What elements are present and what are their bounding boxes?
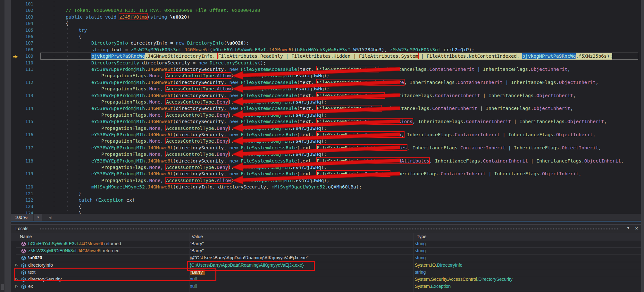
code-line[interactable]: 108string text = zMsW23gMPGiE0Nk3ol.J4GM… xyxy=(11,46,641,53)
code-line[interactable]: PropagationFlags.None, AccessControlType… xyxy=(11,138,641,145)
code-line[interactable]: PropagationFlags.None, AccessControlType… xyxy=(11,72,641,79)
code-line[interactable]: 114eY538WYEp8PrdomjMIh.J4GMnwe6t(directo… xyxy=(11,105,641,112)
expander-icon[interactable]: ▷ xyxy=(15,277,18,281)
locals-row[interactable]: ▷exnullSystem.Exception xyxy=(11,283,644,290)
code-line[interactable]: 123{ xyxy=(11,203,641,210)
code-token: text xyxy=(300,158,311,163)
code-line[interactable]: 105try xyxy=(11,27,641,34)
locals-value-cell[interactable]: "Barry" xyxy=(190,241,204,246)
code-token: PropagationFlags xyxy=(101,73,146,78)
vertical-scrollbar[interactable] xyxy=(641,0,644,292)
code-token: ContainerInherit xyxy=(455,132,500,137)
code-token: . xyxy=(214,151,217,157)
code-token: , xyxy=(596,79,598,85)
code-token: AccessControlType xyxy=(166,86,214,91)
code-token: directorySecurity xyxy=(176,171,224,176)
code-token: , xyxy=(224,66,230,72)
current-statement-arrow-icon[interactable] xyxy=(13,54,18,58)
pane-splitter[interactable] xyxy=(11,221,644,221)
locals-value-cell[interactable]: "Barry" xyxy=(190,248,204,253)
locals-value-cell[interactable]: null xyxy=(190,277,197,282)
code-token: = xyxy=(125,47,131,52)
code-line[interactable]: PropagationFlags.None, AccessControlType… xyxy=(11,112,641,119)
code-line[interactable]: 112eY538WYEp8PrdomjMIh.J4GMnwe6t(directo… xyxy=(11,79,641,86)
code-token: W5IY784bo3 xyxy=(353,47,381,52)
code-line[interactable]: 106{ xyxy=(11,33,641,40)
scroll-left-icon[interactable]: ◀ xyxy=(47,214,53,221)
code-line[interactable]: 116eY538WYEp8PrdomjMIh.J4GMnwe6t(directo… xyxy=(11,131,641,138)
locals-row[interactable]: ▷directoryInfo{C:\Users\Barry\AppData\Ro… xyxy=(11,262,644,269)
code-token: { xyxy=(79,204,81,209)
locals-row[interactable]: zMsW23gMPGiE0Nk3ol.J4GMnwe6t returned"Ba… xyxy=(11,248,644,255)
code-line[interactable]: PropagationFlags.None, AccessControlType… xyxy=(11,177,641,184)
code-line[interactable]: PropagationFlags.None, AccessControlType… xyxy=(11,151,641,158)
column-header-name[interactable]: Name xyxy=(20,234,32,239)
left-scrollbar-thumb[interactable] xyxy=(1,284,4,290)
collapsed-panel-strip[interactable] xyxy=(4,0,11,292)
locals-value-cell[interactable]: {C:\Users\Barry\AppData\Roaming\AIKgmyyc… xyxy=(190,263,304,268)
code-line[interactable]: 103public static void zJ45fVOtms(string … xyxy=(11,14,641,21)
code-line[interactable]: 121} xyxy=(11,190,641,197)
locals-value-cell[interactable]: null xyxy=(190,284,197,289)
code-line[interactable]: 107DirectoryInfo directoryInfo = new Dir… xyxy=(11,40,641,46)
code-line[interactable]: 104{ xyxy=(11,20,641,27)
code-line[interactable]: 102// Token: 0x060000A3 RID: 163 RVA: 0x… xyxy=(11,7,641,14)
code-token: Deny xyxy=(217,112,228,118)
code-token: | xyxy=(500,132,508,137)
zoom-dropdown-icon[interactable]: ▼ xyxy=(34,214,42,221)
code-token: ( xyxy=(173,119,176,124)
code-token: . xyxy=(145,105,148,111)
line-number: 106 xyxy=(19,33,33,40)
code-editor[interactable]: 101102// Token: 0x060000A3 RID: 163 RVA:… xyxy=(11,0,641,214)
code-line[interactable]: 111eY538WYEp8PrdomjMIh.J4GMnwe6t(directo… xyxy=(11,66,641,73)
code-line[interactable]: 115eY538WYEp8PrdomjMIh.J4GMnwe6t(directo… xyxy=(11,118,641,125)
chevron-down-icon[interactable]: ▼ xyxy=(625,226,631,230)
column-header-type[interactable]: Type xyxy=(417,234,426,239)
code-token: text xyxy=(300,132,311,137)
code-token: WriteAttributes xyxy=(364,145,407,150)
code-token: , xyxy=(567,66,570,72)
code-line[interactable]: PropagationFlags.None, AccessControlType… xyxy=(11,86,641,92)
locals-token: null xyxy=(190,284,197,289)
code-line[interactable]: PropagationFlags.None, AccessControlType… xyxy=(11,125,641,132)
code-token: None xyxy=(149,99,160,104)
code-token: , xyxy=(161,112,166,118)
code-token: = xyxy=(170,40,176,46)
code-line[interactable]: 101 xyxy=(11,1,641,7)
code-token: , xyxy=(311,132,317,137)
code-token: InheritanceFlags xyxy=(435,158,480,163)
code-token: FileAttributes.ReadOnly | FileAttributes… xyxy=(218,53,418,59)
expander-icon[interactable]: ▷ xyxy=(15,263,18,267)
code-token: InheritanceFlags xyxy=(381,66,427,72)
close-icon[interactable]: ✕ xyxy=(634,226,640,231)
locals-token: \u0020 xyxy=(28,255,42,260)
code-line[interactable]: PropagationFlags.None, AccessControlType… xyxy=(11,164,641,171)
code-token: InheritanceFlags xyxy=(486,105,531,111)
code-text: } xyxy=(79,190,81,197)
code-line[interactable]: PropagationFlags.None, AccessControlType… xyxy=(11,99,641,105)
code-token: // Token: 0x060000A3 RID: 163 RVA: 0x000… xyxy=(66,7,260,13)
locals-row[interactable]: \u0020@"C:\Users\Barry\AppData\Roaming\A… xyxy=(11,255,644,262)
code-line[interactable]: 124} xyxy=(11,210,641,214)
code-line[interactable]: 119eY538WYEp8PrdomjMIh.J4GMnwe6t(directo… xyxy=(11,171,641,177)
column-header-value[interactable]: Value xyxy=(192,234,203,239)
code-line[interactable]: 110DirectorySecurity directorySecurity =… xyxy=(11,60,641,66)
code-line[interactable]: 122catch (Exception ex) xyxy=(11,197,641,204)
locals-value-cell[interactable]: "Barry" xyxy=(190,270,205,275)
code-line[interactable]: 120mMfSvgM9qaeLW9yne52.J4GMnwe6t(directo… xyxy=(11,184,641,190)
code-token: eY538WYEp8PrdomjMIh xyxy=(237,164,290,170)
code-line[interactable]: 117eY538WYEp8PrdomjMIh.J4GMnwe6t(directo… xyxy=(11,145,641,151)
code-line-current[interactable]: 109bjvkqgMPrwtPa9RncWq.J4GMnwe6t(directo… xyxy=(11,53,641,60)
locals-title-bar[interactable]: Locals ▼ ✕ xyxy=(11,225,644,233)
locals-name-cell: zMsW23gMPGiE0Nk3ol.J4GMnwe6t returned xyxy=(28,248,120,253)
code-token: eY538WYEp8PrdomjMIh xyxy=(91,171,145,176)
code-line[interactable]: 113eY538WYEp8PrdomjMIh.J4GMnwe6t(directo… xyxy=(11,92,641,99)
locals-row[interactable]: bGhrH6YchSyWm6rE3vI.J4GMnwe6t returned"B… xyxy=(11,241,644,248)
locals-row[interactable]: ▷directorySecuritynullSystem.Security.Ac… xyxy=(11,276,644,283)
locals-value-cell[interactable]: @"C:\Users\Barry\AppData\Roaming\AIKgmyy… xyxy=(190,255,308,260)
locals-row[interactable]: text"Barry"string xyxy=(11,269,644,276)
zoom-level[interactable]: 100 % xyxy=(11,214,33,221)
expander-icon[interactable]: ▷ xyxy=(15,284,18,288)
code-line[interactable]: 118eY538WYEp8PrdomjMIh.J4GMnwe6t(directo… xyxy=(11,158,641,164)
line-number: 118 xyxy=(19,158,33,164)
